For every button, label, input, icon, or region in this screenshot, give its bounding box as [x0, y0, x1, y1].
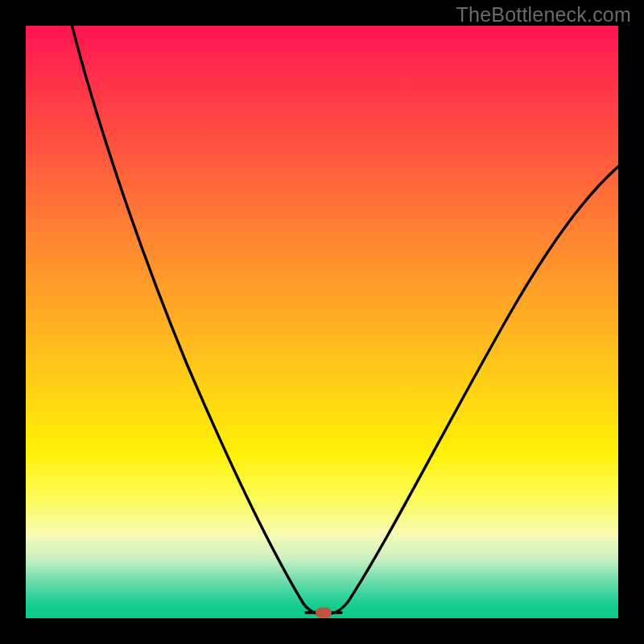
watermark-text: TheBottleneck.com: [456, 3, 631, 27]
plot-area: [26, 26, 618, 618]
chart-frame: TheBottleneck.com: [0, 0, 644, 644]
optimum-marker: [316, 608, 332, 618]
bottleneck-curve: [26, 26, 618, 618]
